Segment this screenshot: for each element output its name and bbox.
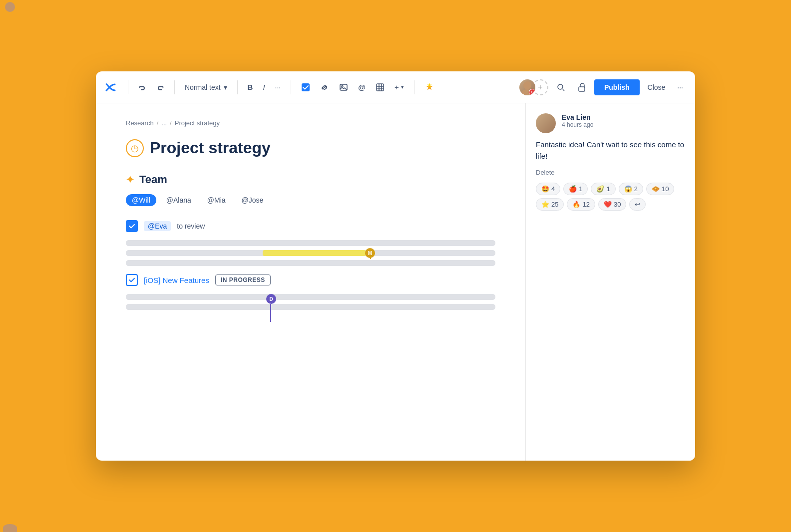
toolbar-right: G + Publish Close ··· — [519, 79, 687, 95]
progress-bar-row-4 — [126, 294, 495, 300]
reaction-reply[interactable]: ↩ — [629, 198, 646, 211]
progress-bar-row-3 — [126, 260, 495, 266]
commenter-info: Eva Lien 4 hours ago — [562, 113, 593, 128]
reaction-waffle[interactable]: 🧇 10 — [646, 183, 674, 195]
reaction-count-2: 1 — [579, 185, 582, 193]
reaction-emoji-7: 🔥 — [572, 201, 580, 208]
breadcrumb: Research / ... / Project strategy — [126, 119, 495, 127]
task-button[interactable] — [297, 80, 314, 95]
mention-jose[interactable]: @Jose — [236, 194, 270, 206]
team-heading-text: Team — [139, 173, 167, 186]
svg-point-2 — [342, 85, 343, 87]
in-progress-badge: IN PROGRESS — [215, 274, 271, 285]
reaction-count-4: 2 — [634, 185, 638, 193]
task-mention-eva[interactable]: @Eva — [144, 221, 171, 231]
reaction-count-7: 12 — [582, 201, 589, 208]
commenter-avatar — [536, 113, 556, 133]
toolbar: Normal text ▾ B I ··· — [96, 71, 695, 103]
avatar-badge: G — [529, 89, 535, 95]
publish-button[interactable]: Publish — [594, 79, 640, 95]
more-options-button[interactable]: ··· — [673, 80, 687, 94]
table-button[interactable] — [372, 80, 389, 95]
task-text-review: to review — [177, 222, 205, 230]
image-button[interactable] — [335, 80, 352, 95]
app-window: Normal text ▾ B I ··· — [96, 71, 695, 461]
page-title: Project strategy — [150, 139, 271, 157]
progress-bar-row-5: D — [126, 304, 495, 310]
highlight-segment — [263, 250, 366, 256]
reaction-count-1: 4 — [551, 185, 555, 193]
close-button[interactable]: Close — [644, 80, 670, 94]
comment-time: 4 hours ago — [562, 121, 593, 128]
undo-button[interactable] — [134, 80, 150, 94]
progress-bars-2: D — [126, 294, 495, 310]
svg-rect-3 — [377, 84, 384, 91]
breadcrumb-research[interactable]: Research — [126, 119, 154, 127]
task-checkbox-1[interactable] — [126, 220, 138, 232]
task-checkbox-ios[interactable] — [126, 274, 138, 286]
lock-button[interactable] — [573, 80, 590, 95]
reaction-apple[interactable]: 🍎 1 — [563, 183, 588, 195]
task-eva-row: @Eva to review — [126, 220, 495, 232]
breadcrumb-ellipsis[interactable]: ... — [161, 119, 167, 127]
reaction-emoji-5: 🧇 — [652, 185, 660, 193]
mention-alana[interactable]: @Alana — [160, 194, 197, 206]
breadcrumb-sep2: / — [170, 119, 172, 127]
reaction-emoji-1: 🤩 — [541, 185, 549, 193]
chevron-down-icon: ▾ — [224, 83, 227, 91]
progress-bar-full-1 — [126, 240, 495, 246]
link-button[interactable] — [316, 80, 333, 95]
user-avatar: G — [519, 79, 535, 95]
reaction-count-5: 10 — [662, 185, 669, 193]
reaction-count-8: 30 — [614, 201, 621, 208]
mention-button[interactable]: @ — [354, 80, 370, 94]
reaction-emoji-6: ⭐ — [541, 201, 549, 208]
comment-panel: Eva Lien 4 hours ago Fantastic idea! Can… — [525, 103, 695, 461]
cursor-d-line — [270, 304, 271, 322]
delete-link[interactable]: Delete — [536, 169, 555, 176]
reaction-star[interactable]: ⭐ 25 — [536, 198, 564, 211]
progress-bar-row-1 — [126, 240, 495, 246]
reply-icon: ↩ — [635, 201, 640, 208]
mentions-row: @Will @Alana @Mia @Jose — [126, 194, 495, 206]
confluence-logo[interactable] — [104, 80, 118, 94]
ellipsis-icon: ··· — [275, 83, 281, 91]
sparkle-icon: ✦ — [126, 174, 134, 186]
ai-button[interactable] — [420, 79, 438, 95]
bar-base-5 — [126, 304, 495, 310]
divider3 — [237, 80, 238, 94]
insert-button[interactable]: + ▾ — [391, 80, 408, 94]
svg-rect-9 — [579, 87, 585, 91]
mention-mia[interactable]: @Mia — [201, 194, 232, 206]
reactions-row-1: 🤩 4 🍎 1 🥑 1 😱 2 🧇 10 — [536, 183, 685, 195]
team-heading: ✦ Team — [126, 173, 495, 186]
page-icon: ◷ — [126, 139, 144, 157]
reaction-emoji-8: ❤️ — [604, 201, 612, 208]
italic-button[interactable]: I — [259, 80, 269, 94]
ios-task-link[interactable]: [iOS] New Features — [144, 276, 209, 284]
reaction-star-eyes[interactable]: 🤩 4 — [536, 183, 560, 195]
more-format-button[interactable]: ··· — [271, 80, 285, 94]
divider5 — [414, 80, 414, 94]
reaction-heart[interactable]: ❤️ 30 — [598, 198, 626, 211]
text-style-dropdown[interactable]: Normal text ▾ — [181, 80, 231, 94]
reaction-avocado[interactable]: 🥑 1 — [591, 183, 615, 195]
divider4 — [291, 80, 291, 94]
commenter-name: Eva Lien — [562, 113, 593, 121]
main-content: Research / ... / Project strategy ◷ Proj… — [96, 103, 695, 461]
breadcrumb-sep1: / — [157, 119, 159, 127]
plus-icon: + — [395, 83, 399, 91]
redo-button[interactable] — [152, 80, 168, 94]
collaborators: G + — [519, 79, 548, 95]
search-button[interactable] — [552, 80, 569, 95]
text-style-label: Normal text — [185, 83, 221, 91]
mention-will[interactable]: @Will — [126, 194, 156, 206]
reaction-emoji-4: 😱 — [624, 185, 632, 193]
editor-area[interactable]: Research / ... / Project strategy ◷ Proj… — [96, 103, 525, 461]
insert-chevron: ▾ — [401, 84, 404, 90]
svg-point-8 — [558, 84, 563, 89]
reaction-shocked[interactable]: 😱 2 — [619, 183, 643, 195]
reaction-emoji-2: 🍎 — [569, 185, 577, 193]
reaction-fire[interactable]: 🔥 12 — [567, 198, 595, 211]
bold-button[interactable]: B — [244, 80, 257, 94]
